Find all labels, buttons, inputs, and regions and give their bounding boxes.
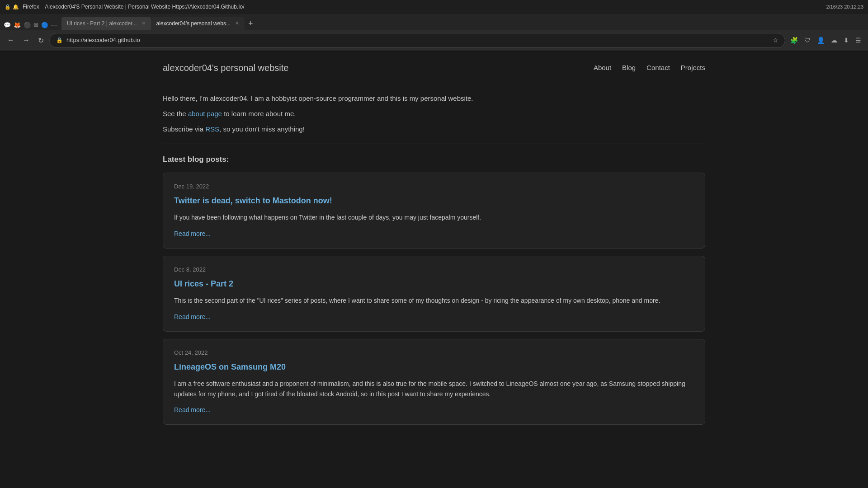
post-1-date: Dec 19, 2022 [174, 182, 694, 192]
system-icons: 🔒 🔔 [5, 3, 19, 11]
toolbar-right: 🧩 🛡 👤 ☁ ⬇ ☰ [788, 35, 863, 45]
post-2-read-more[interactable]: Read more... [174, 313, 211, 320]
nav-about[interactable]: About [594, 62, 611, 73]
post-2-title[interactable]: UI rices - Part 2 [174, 277, 694, 291]
menu-button[interactable]: ☰ [853, 35, 863, 45]
address-bar[interactable]: 🔒 https://alexcoder04.github.io ☆ [49, 33, 785, 47]
main-content: Hello there, I'm alexcoder04. I am a hob… [0, 84, 868, 441]
post-3-excerpt: I am a free software enthusiast and a pr… [174, 379, 694, 399]
app-icon-github[interactable]: ⚫ [24, 21, 31, 30]
url-text: https://alexcoder04.github.io [66, 36, 140, 45]
site-header: alexcoder04's personal website About Blo… [0, 52, 868, 84]
extensions-button[interactable]: 🧩 [788, 35, 800, 45]
about-page-link[interactable]: about page [188, 110, 222, 117]
post-2-excerpt: This is the second part of the "UI rices… [174, 296, 694, 305]
post-3-date: Oct 24, 2022 [174, 348, 694, 358]
app-icon-messages[interactable]: 💬 [4, 21, 11, 30]
new-tab-button[interactable]: + [245, 17, 257, 30]
downloads-button[interactable]: ⬇ [841, 35, 851, 45]
profile-button[interactable]: 👤 [815, 35, 827, 45]
toolbar: ← → ↻ 🔒 https://alexcoder04.github.io ☆ … [0, 30, 868, 51]
website-content: alexcoder04's personal website About Blo… [0, 52, 868, 441]
nav-projects[interactable]: Projects [681, 62, 705, 73]
tab-2-label: alexcoder04's personal webs... [156, 19, 231, 28]
window-title: Firefox – Alexcoder04'S Personal Website… [23, 3, 245, 11]
post-3-title[interactable]: LineageOS on Samsung M20 [174, 361, 694, 374]
post-1-excerpt: If you have been following what happens … [174, 212, 694, 222]
rss-link[interactable]: RSS [205, 125, 219, 133]
back-button[interactable]: ← [5, 35, 17, 45]
forward-button[interactable]: → [20, 35, 33, 45]
divider [163, 144, 705, 144]
nav-blog[interactable]: Blog [622, 62, 636, 73]
post-1-read-more[interactable]: Read more... [174, 230, 211, 237]
browser-chrome: 🔒 🔔 Firefox – Alexcoder04'S Personal Web… [0, 0, 868, 52]
post-2-date: Dec 8, 2022 [174, 265, 694, 275]
tab-1-close[interactable]: ✕ [142, 19, 146, 28]
app-icon-mozilla[interactable]: 🦊 [14, 21, 21, 30]
title-bar-right: 2/16/23 20:12:23 [826, 3, 863, 11]
tab-2[interactable]: alexcoder04's personal webs... ✕ [151, 17, 245, 30]
intro-line3-prefix: Subscribe via [163, 125, 205, 133]
reload-button[interactable]: ↻ [35, 35, 47, 46]
tab-1[interactable]: UI rices - Part 2 | alexcoder... ✕ [61, 17, 151, 30]
lock-icon: 🔒 [56, 36, 63, 45]
intro-line3: Subscribe via RSS, so you don't miss any… [163, 124, 705, 135]
tab-bar: 💬 🦊 ⚫ ✉ 🔵 ⋯ UI rices - Part 2 | alexcode… [0, 14, 868, 30]
tab-2-close[interactable]: ✕ [235, 19, 239, 28]
sys-icon-2: 🔔 [13, 3, 19, 11]
app-icon-tb[interactable]: 🔵 [41, 21, 48, 30]
intro-line1: Hello there, I'm alexcoder04. I am a hob… [163, 93, 705, 104]
sys-icon-1: 🔒 [5, 3, 11, 11]
intro-line2: See the about page to learn more about m… [163, 108, 705, 119]
sync-button[interactable]: ☁ [829, 35, 840, 45]
bookmark-icon[interactable]: ☆ [773, 35, 778, 45]
post-1-title[interactable]: Twitter is dead, switch to Mastodon now! [174, 194, 694, 207]
shield-button[interactable]: 🛡 [802, 35, 813, 45]
nav-contact[interactable]: Contact [646, 62, 670, 73]
app-icon-more[interactable]: ⋯ [51, 21, 57, 30]
site-title: alexcoder04's personal website [163, 61, 288, 75]
tab-1-label: UI rices - Part 2 | alexcoder... [67, 19, 137, 28]
intro-line3-suffix: , so you don't miss anything! [219, 125, 305, 133]
intro-line2-suffix: to learn more about me. [222, 110, 296, 117]
intro-line2-prefix: See the [163, 110, 188, 117]
blog-post-2: Dec 8, 2022 UI rices - Part 2 This is th… [163, 256, 705, 332]
blog-post-1: Dec 19, 2022 Twitter is dead, switch to … [163, 173, 705, 249]
datetime: 2/16/23 20:12:23 [826, 3, 863, 11]
blog-section-title: Latest blog posts: [163, 153, 705, 165]
site-nav: About Blog Contact Projects [594, 62, 705, 73]
blog-post-3: Oct 24, 2022 LineageOS on Samsung M20 I … [163, 339, 705, 425]
post-3-read-more[interactable]: Read more... [174, 406, 211, 413]
title-bar: 🔒 🔔 Firefox – Alexcoder04'S Personal Web… [0, 0, 868, 14]
app-icon-mail[interactable]: ✉ [33, 21, 38, 30]
